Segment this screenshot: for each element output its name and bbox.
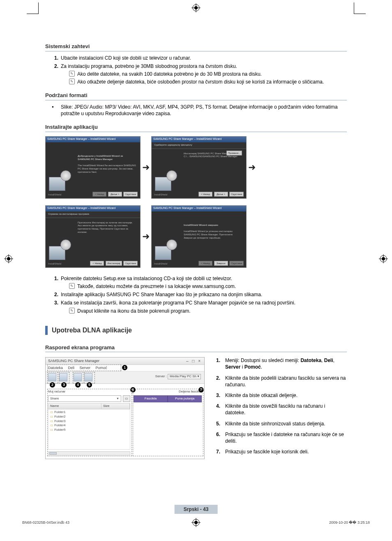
- text: Prikazuju se fascikle koje korisnik deli…: [225, 449, 309, 455]
- next-button[interactable]: Даље >: [214, 192, 228, 197]
- cancel-button[interactable]: Одустани: [123, 261, 138, 266]
- app-window-titlebar: SAMSUNG PC Share Manager – □ ×: [46, 358, 204, 365]
- text: Prikazuju se fascikle i datoteke na raču…: [225, 432, 344, 444]
- window-titlebar: SAMSUNG PC Share Manager – InstallShield…: [152, 206, 246, 211]
- list-item: Za instalaciju programa, potrebno je 30M…: [54, 63, 347, 86]
- wizard-art-icon: [155, 170, 178, 191]
- back-button[interactable]: < Назад: [90, 261, 104, 266]
- list-item-text: Slike: JPEG/ Audio: MP3/ Video: AVI, MKV…: [61, 104, 338, 116]
- bold: Server: [225, 364, 240, 370]
- button-row: < Назад Заврши Одустани: [198, 261, 244, 266]
- installer-step-4: SAMSUNG PC Share Manager – InstallShield…: [151, 205, 247, 268]
- note-icon: ✎: [69, 79, 75, 84]
- horizontal-scrollbar[interactable]: [48, 451, 130, 455]
- wizard-art-icon: [49, 170, 72, 191]
- installer-body-text: Притисните Инсталирај за почетак инстала…: [78, 221, 133, 233]
- installshield-label: InstallShield: [154, 262, 167, 265]
- installer-body-text: InstallShield Wizard је успешно инсталир…: [184, 230, 233, 239]
- installer-body: Добродошли у InstallShield Wizard за SAM…: [78, 155, 136, 174]
- heading-podrzani-formati: Podržani formati: [45, 92, 347, 100]
- crop-mark: [27, 14, 38, 14]
- back-button[interactable]: < Назад: [198, 192, 212, 197]
- installer-body-heading: Добродошли у InstallShield Wizard за SAM…: [78, 155, 123, 160]
- installer-step-2: SAMSUNG PC Share Manager – InstallShield…: [151, 136, 247, 199]
- list-item: Ubacite instalacioni CD koji ste dobili …: [54, 55, 347, 61]
- heading-raspored-ekrana: Raspored ekrana programa: [45, 344, 347, 353]
- heading-sistemski-zahtevi: Sistemski zahtevi: [45, 43, 347, 51]
- note-line: ✎ Ako otkažete deljenje datoteka, biće o…: [61, 79, 347, 85]
- finish-button[interactable]: Заврши: [214, 261, 228, 266]
- list-item-text: Za instalaciju programa, potrebno je 30M…: [61, 63, 237, 69]
- page-number-band: Srpski - 43: [175, 505, 218, 514]
- callout-box-7: [133, 389, 203, 456]
- list-sistemski-zahtevi: Ubacite instalacioni CD koji ste dobili …: [45, 55, 347, 86]
- list-item: Pokrenite datoteku Setup.exe sa instalac…: [54, 275, 347, 290]
- callout-box-6: [47, 389, 132, 456]
- note-text: Ako delite datoteke, na svakih 100 datot…: [77, 71, 262, 77]
- window-titlebar: SAMSUNG PC Share Manager – InstallShield…: [46, 137, 140, 142]
- crop-mark: [354, 14, 366, 14]
- install-button[interactable]: Инсталирај: [106, 261, 122, 266]
- back-button[interactable]: < Назад: [198, 261, 212, 266]
- note-line: ✎ Ako delite datoteke, na svakih 100 dat…: [61, 71, 347, 77]
- text: Kliknite da biste podelili izabranu fasc…: [225, 375, 346, 388]
- callout-box-5: [84, 372, 95, 383]
- server-dropdown[interactable]: Media Play PC Sh: [168, 374, 201, 379]
- list-item: Prikazuju se fascikle koje korisnik deli…: [216, 448, 347, 455]
- cancel-button[interactable]: Одустани: [229, 261, 244, 266]
- list-item-text: Pokrenite datoteku Setup.exe sa instalac…: [61, 276, 232, 281]
- arrow-right-icon: ➜: [141, 230, 151, 243]
- bold: Datoteka: [300, 358, 321, 363]
- note-line: ✎ Takođe, datoteku možete da preuzmete i…: [61, 283, 347, 290]
- raspored-layout: SAMSUNG PC Share Manager – □ × Datoteka …: [45, 357, 347, 459]
- callout-box-1: [47, 365, 121, 371]
- installer-screenshots: SAMSUNG PC Share Manager – InstallShield…: [45, 136, 347, 268]
- bold: Deli: [324, 358, 333, 363]
- text: Kliknite da biste osvežili fasciklu na r…: [225, 403, 325, 416]
- installer-subheader: Одабeрите одредишну фасциклу: [152, 142, 246, 149]
- registration-mark-icon: [4, 254, 13, 263]
- back-button[interactable]: < Назад: [92, 192, 106, 197]
- text: Meniji: Dostupni su sledeći meniji:: [225, 358, 300, 363]
- list-item-text: Kada se instalacija završi, ikona za pok…: [61, 300, 295, 306]
- installer-body: Притисните Инсталирај за почетак инстала…: [78, 218, 136, 234]
- raspored-list: Meniji: Dostupni su sledeći meniji: Dato…: [216, 357, 347, 459]
- installer-body: InstallShield Wizard завршен InstallShie…: [184, 224, 242, 240]
- installer-body-text: The InstallShield Wizard ће инсталирати …: [78, 164, 136, 173]
- callout-box-4: [73, 372, 83, 383]
- button-row: < Назад Даље > Одустани: [92, 192, 138, 197]
- cancel-button[interactable]: Одустани: [123, 192, 138, 197]
- next-button[interactable]: Даље >: [108, 192, 122, 197]
- note-icon: ✎: [69, 283, 75, 289]
- callout-badge-5: 5: [87, 382, 92, 388]
- server-label-text: Server :: [155, 374, 167, 378]
- list-item: Kada se instalacija završi, ikona za pok…: [54, 300, 347, 314]
- callout-badge-2: 2: [50, 382, 55, 388]
- print-footer-timestamp: 2009-10-20 �� 3:25:18: [329, 520, 370, 525]
- scrollbar-thumb[interactable]: [49, 452, 57, 455]
- text: Kliknite da biste otkazali deljenje.: [225, 392, 297, 398]
- browse-button[interactable]: Промени...: [226, 151, 242, 156]
- page-content: Sistemski zahtevi Ubacite instalacioni C…: [45, 0, 347, 459]
- installshield-label: InstallShield: [154, 193, 167, 196]
- list-item: Slike: JPEG/ Audio: MP3/ Video: AVI, MKV…: [54, 104, 347, 117]
- page: Sistemski zahtevi Ubacite instalacioni C…: [0, 0, 392, 541]
- list-item-text: Ubacite instalacioni CD koji ste dobili …: [61, 55, 191, 61]
- note-text: Dvaput kliknite na ikonu da biste pokren…: [77, 308, 190, 314]
- heading-instalirajte-aplikaciju: Instalirajte aplikaciju: [45, 123, 347, 132]
- wizard-art-icon: [155, 239, 178, 260]
- arrow-right-icon: ➜: [141, 161, 151, 174]
- list-podrzani-formati: Slike: JPEG/ Audio: MP3/ Video: AVI, MKV…: [45, 104, 347, 117]
- wizard-art-icon: [49, 239, 72, 260]
- installer-body-heading: InstallShield Wizard завршен: [184, 224, 218, 226]
- note-line: ✎ Dvaput kliknite na ikonu da biste pokr…: [61, 308, 347, 314]
- cancel-button[interactable]: Одустани: [229, 192, 244, 197]
- button-row: < Назад Даље > Одустани: [198, 192, 244, 197]
- note-text: Takođe, datoteku možete da preuzmete i s…: [77, 283, 236, 289]
- callout-badge-4: 4: [75, 382, 81, 388]
- installer-step-1: SAMSUNG PC Share Manager – InstallShield…: [45, 136, 141, 199]
- installshield-label: InstallShield: [48, 193, 61, 196]
- window-titlebar: SAMSUNG PC Share Manager – InstallShield…: [46, 206, 140, 211]
- list-item: Kliknite da biste osvežili fasciklu na r…: [216, 403, 347, 416]
- window-titlebar: SAMSUNG PC Share Manager – InstallShield…: [152, 137, 246, 142]
